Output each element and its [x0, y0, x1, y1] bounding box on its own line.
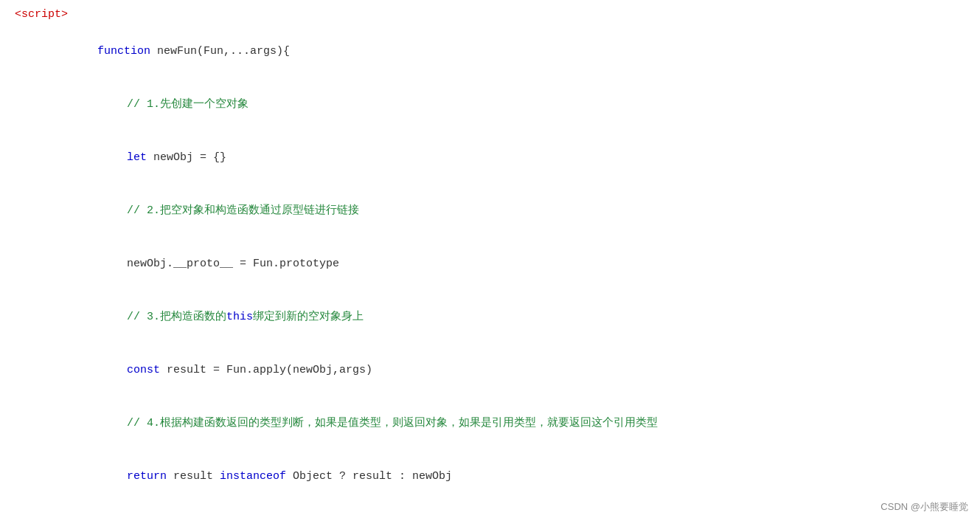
keyword-let: let — [127, 151, 153, 164]
comment-text: // 2.把空对象和构造函数通过原型链进行链接 — [127, 204, 359, 217]
code-text: newObj.__proto__ = Fun.prototype — [127, 258, 339, 270]
comment-text2: 绑定到新的空对象身上 — [253, 311, 364, 323]
comment-text: // 4.根据构建函数返回的类型判断，如果是值类型，则返回对象，如果是引用类型，… — [127, 417, 658, 429]
code-text: newFun(Fun,...args){ — [157, 45, 290, 58]
line-script-open: <script> — [15, 6, 965, 25]
keyword-const: const — [127, 364, 167, 376]
line-fn1: function newFun(Fun,...args){ — [15, 25, 965, 78]
comment-text: // 3.把构造函数的 — [127, 311, 226, 323]
code-text: newObj = {} — [153, 151, 226, 164]
script-open-tag: <script> — [15, 6, 68, 24]
code-text2: Object ? result : newObj — [293, 470, 452, 483]
kw-this: this — [226, 311, 253, 323]
keyword-return: return — [127, 470, 173, 483]
line-close1: } — [15, 503, 965, 521]
code-container: <script> function newFun(Fun,...args){ /… — [0, 0, 980, 521]
code-block: <script> function newFun(Fun,...args){ /… — [0, 6, 980, 521]
line-return: return result instanceof Object ? result… — [15, 450, 965, 503]
keyword-instanceof: instanceof — [220, 470, 293, 483]
line-comment1: // 1.先创建一个空对象 — [15, 78, 965, 131]
watermark: CSDN @小熊要睡觉 — [880, 500, 968, 515]
line-let: let newObj = {} — [15, 131, 965, 184]
line-comment2: // 2.把空对象和构造函数通过原型链进行链接 — [15, 184, 965, 238]
keyword-function: function — [97, 45, 157, 58]
comment-text: // 1.先创建一个空对象 — [127, 98, 249, 111]
line-const-result: const result = Fun.apply(newObj,args) — [15, 344, 965, 397]
line-comment3: // 3.把构造函数的this绑定到新的空对象身上 — [15, 291, 965, 344]
code-text: result = Fun.apply(newObj,args) — [167, 364, 372, 376]
line-comment4: // 4.根据构建函数返回的类型判断，如果是值类型，则返回对象，如果是引用类型，… — [15, 397, 965, 450]
line-proto: newObj.__proto__ = Fun.prototype — [15, 238, 965, 291]
code-text: result — [173, 470, 220, 483]
